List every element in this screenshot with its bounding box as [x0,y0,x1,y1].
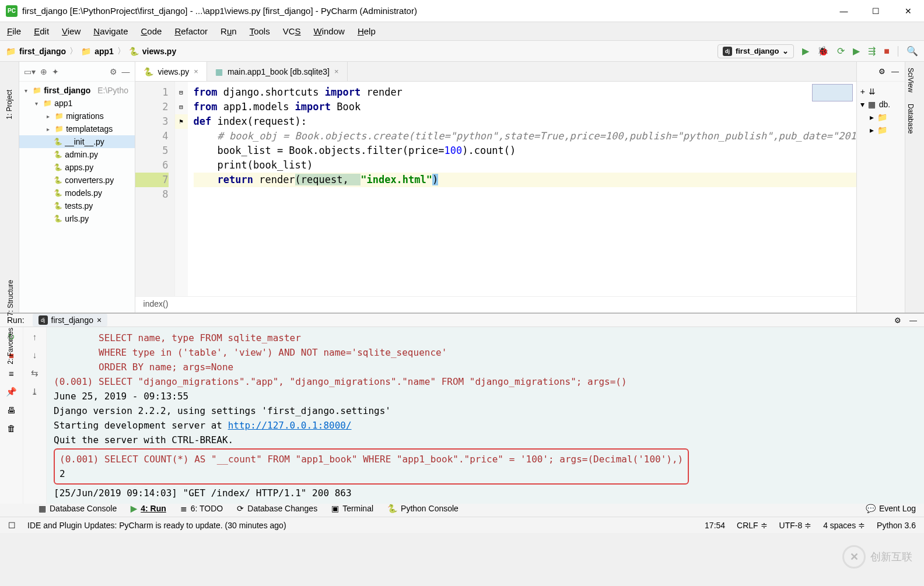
print-icon[interactable]: 🖶 [7,405,16,415]
tab-sciview[interactable]: SciView [905,62,916,98]
breadcrumb[interactable]: 📁first_django 〉📁app1 〉🐍views.py [6,46,176,57]
close-button[interactable]: ✕ [892,0,924,22]
menu-help[interactable]: Help [358,26,376,36]
tab-project[interactable]: 1: Project [4,85,15,124]
close-icon[interactable]: × [194,67,198,76]
tab-favorites[interactable]: 2: Favorites [6,328,15,364]
menu-code[interactable]: Code [141,26,162,36]
menu-navigate[interactable]: Navigate [93,26,128,36]
status-message[interactable]: IDE and Plugin Updates: PyCharm is ready… [27,521,286,530]
trash-icon[interactable]: 🗑 [7,423,16,433]
code-body[interactable]: from django.shortcuts import renderfrom … [188,82,856,296]
menubar: File Edit View Navigate Code Refactor Ru… [0,22,924,41]
menu-refactor[interactable]: Refactor [174,26,208,36]
status-indent[interactable]: 4 spaces ≑ [823,521,865,530]
pin-icon[interactable]: 📌 [6,387,17,397]
add-icon[interactable]: + [860,87,865,96]
tool-terminal[interactable]: ▣ Terminal [331,504,373,513]
expand-icon[interactable]: ✦ [52,67,59,76]
hide-panel-icon[interactable]: — [891,67,899,76]
titlebar: PC first_django [E:\PythonProject\first_… [0,0,924,22]
concurrency-icon[interactable]: ⇶ [868,45,876,57]
scroll-icon[interactable]: ⤓ [31,387,38,397]
run-panel: Run: djfirst_django× ⚙ — ↻ ■ ≡ 📌 🖶 🗑 ↑ ↓… [0,313,924,499]
wrap-icon[interactable]: ⇆ [31,368,38,378]
run-config-selector[interactable]: djfirst_django⌄ [718,44,794,58]
code-editor[interactable]: 12345678 ⊟⊟⚑ from django.shortcuts impor… [135,82,856,296]
hide-panel-icon[interactable]: — [909,316,917,325]
left-tool-stripe: 1: Project [0,62,19,313]
status-bar: ☐ IDE and Plugin Updates: PyCharm is rea… [0,517,924,533]
stop-icon[interactable]: ■ [884,46,890,57]
editor-area: 🐍views.py× ▦main.app1_book [db.sqlite3]×… [135,62,856,313]
hide-panel-icon[interactable]: — [122,67,130,76]
code-breadcrumb[interactable]: index() [135,296,856,313]
project-panel: ▭▾ ⊕ ✦ ⚙ — ▾📁first_django E:\Pytho ▾📁app… [19,62,135,313]
target-icon[interactable]: ⊕ [40,67,47,76]
layout-icon[interactable]: ≡ [9,369,14,378]
app-icon: PC [6,5,18,17]
tab-views-py[interactable]: 🐍views.py× [135,62,207,81]
status-interpreter[interactable]: Python 3.6 [877,521,916,530]
tab-structure[interactable]: 7: Structure [6,280,15,316]
gear-icon[interactable]: ⚙ [110,67,117,76]
maximize-button[interactable]: ☐ [860,0,892,22]
tool-todo[interactable]: ≣ 6: TODO [180,504,223,513]
tab-database[interactable]: Database [905,98,916,139]
gutter-marks: ⊟⊟⚑ [175,82,188,296]
tool-python-console[interactable]: 🐍 Python Console [387,504,459,513]
search-icon[interactable]: 🔍 [907,45,918,57]
project-view-select[interactable]: ▭▾ [24,67,36,76]
gear-icon[interactable]: ⚙ [878,67,886,76]
tool-db-changes[interactable]: ⟳ Database Changes [237,504,317,513]
run-icon[interactable]: ▶ [802,45,809,57]
status-time: 17:54 [705,521,725,530]
menu-edit[interactable]: Edit [34,26,49,36]
debug-icon[interactable]: 🐞 [817,45,829,57]
window-title: first_django [E:\PythonProject\first_dja… [22,6,828,16]
server-url-link[interactable]: http://127.0.0.1:8000/ [228,420,352,431]
status-encoding[interactable]: UTF-8 ≑ [779,521,812,530]
menu-run[interactable]: Run [220,26,237,36]
menu-vcs[interactable]: VCS [283,26,301,36]
coverage-icon[interactable]: ⟳ [837,45,845,57]
menu-file[interactable]: File [7,26,21,36]
down-icon[interactable]: ↓ [33,350,37,360]
collapse-icon[interactable]: ⇊ [869,87,876,96]
console-output[interactable]: SELECT name, type FROM sqlite_master WHE… [47,327,924,504]
menu-window[interactable]: Window [314,26,345,36]
run-config-tab[interactable]: djfirst_django× [33,314,108,327]
project-tree[interactable]: ▾📁first_django E:\Pytho ▾📁app1 ▸📁migrati… [19,82,134,313]
menu-tools[interactable]: Tools [250,26,270,36]
tool-run[interactable]: ▶ 4: Run [131,504,166,513]
menu-view[interactable]: View [62,26,80,36]
navbar: 📁first_django 〉📁app1 〉🐍views.py djfirst_… [0,41,924,62]
status-line-sep[interactable]: CRLF ≑ [737,521,767,530]
watermark: ✕创新互联 [842,545,912,569]
tool-db-console[interactable]: ▦ Database Console [38,504,117,513]
close-icon[interactable]: × [334,67,339,76]
tab-db-table[interactable]: ▦main.app1_book [db.sqlite3]× [207,62,348,81]
db-panel: ⚙ — +⇊ ▾▦db. ▸📁 ▸📁 [856,62,905,313]
line-gutter: 12345678 [135,82,175,296]
profile-icon[interactable]: ▶ [853,45,860,57]
minimize-button[interactable]: — [828,0,860,22]
event-log[interactable]: 💬 Event Log [866,504,916,513]
right-tool-stripe: SciView Database [905,62,924,313]
minimap[interactable] [812,84,853,101]
up-icon[interactable]: ↑ [33,332,37,342]
gear-icon[interactable]: ⚙ [894,316,901,325]
